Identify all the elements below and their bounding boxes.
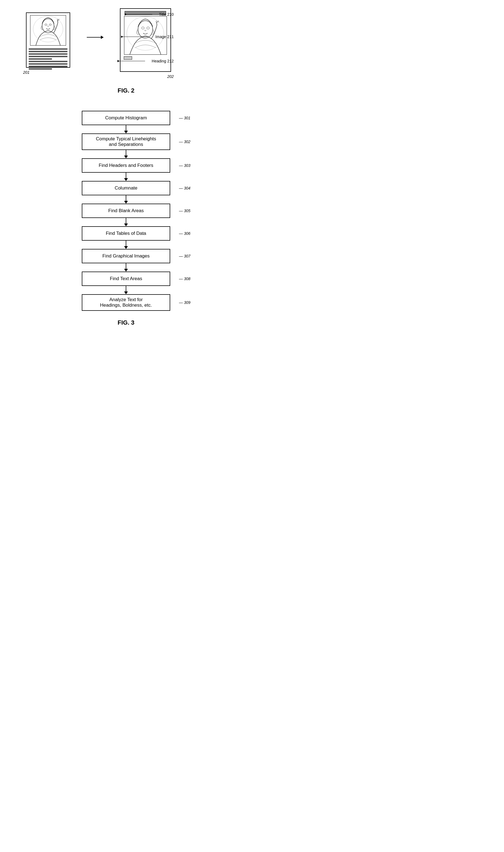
- flow-box-303: Find Headers and Footers— 303: [82, 158, 170, 173]
- text-line: [29, 56, 68, 57]
- flow-box-305: Find Blank Areas— 305: [82, 204, 170, 218]
- annotation-image: Image 211: [121, 35, 174, 39]
- flow-label-303: — 303: [179, 163, 191, 168]
- flow-step-306: Find Tables of Data— 306: [68, 226, 184, 249]
- flow-box-308: Find Text Areas— 308: [82, 272, 170, 286]
- flow-label-308: — 308: [179, 276, 191, 281]
- fig2-diagram: 201: [5, 8, 247, 72]
- doc201-label: 201: [23, 70, 30, 75]
- svg-marker-13: [118, 60, 120, 62]
- flow-label-301: — 301: [179, 116, 191, 120]
- fig2-section: 201: [5, 8, 247, 94]
- flow-box-307: Find Graphical Images— 307: [82, 249, 170, 263]
- flow-label-305: — 305: [179, 209, 191, 213]
- flow-box-306: Find Tables of Data— 306: [82, 226, 170, 241]
- text-line: [29, 51, 68, 52]
- flow-step-304: Columnate— 304: [68, 181, 184, 204]
- text-line: [29, 68, 52, 70]
- text-line: [29, 48, 68, 50]
- svg-point-6: [142, 27, 144, 29]
- flowchart: Compute Histogram— 301Compute Typical Li…: [68, 111, 184, 311]
- fig3-caption: FIG. 3: [118, 319, 134, 326]
- svg-point-2: [45, 24, 47, 25]
- svg-marker-9: [125, 13, 127, 16]
- flow-arrow-306: [124, 241, 128, 249]
- arrow-shaft: [87, 37, 103, 38]
- text-line: [29, 58, 52, 60]
- annotation-image-label: Image 211: [155, 35, 174, 39]
- flow-box-301: Compute Histogram— 301: [82, 111, 170, 125]
- flow-label-302: — 302: [179, 140, 191, 144]
- flow-step-309: Analyze Text for Headings, Boldness, etc…: [68, 294, 184, 311]
- doc202-label: 202: [167, 74, 174, 79]
- flow-step-307: Find Graphical Images— 307: [68, 249, 184, 272]
- annotation-title-label: Title 210: [159, 12, 174, 17]
- flow-label-304: — 304: [179, 186, 191, 191]
- text-line: [29, 63, 68, 65]
- flow-step-302: Compute Typical Lineheights and Separati…: [68, 133, 184, 158]
- svg-point-7: [146, 27, 149, 29]
- document-201: [26, 13, 70, 68]
- text-line: [29, 61, 68, 62]
- svg-point-3: [49, 24, 51, 25]
- flow-step-303: Find Headers and Footers— 303: [68, 158, 184, 181]
- fig2-caption: FIG. 2: [118, 87, 134, 94]
- flow-box-309: Analyze Text for Headings, Boldness, etc…: [82, 294, 170, 311]
- annotation-heading: Heading 212: [118, 59, 174, 63]
- flow-box-302: Compute Typical Lineheights and Separati…: [82, 133, 170, 150]
- flow-box-304: Columnate— 304: [82, 181, 170, 195]
- doc201-text-lines: [29, 48, 68, 70]
- annotation-heading-label: Heading 212: [152, 59, 174, 63]
- flow-arrow-303: [124, 173, 128, 181]
- flow-arrow-305: [124, 218, 128, 226]
- document-201-wrapper: 201: [26, 13, 70, 68]
- text-line: [29, 66, 68, 67]
- flow-step-301: Compute Histogram— 301: [68, 111, 184, 133]
- fig3-section: Compute Histogram— 301Compute Typical Li…: [5, 111, 247, 326]
- svg-point-4: [127, 17, 164, 50]
- flow-label-309: — 309: [179, 300, 191, 305]
- flow-arrow-307: [124, 263, 128, 272]
- text-line: [29, 53, 68, 55]
- document-202-wrapper: Title 210 Image 211 Heading 212 202: [120, 8, 171, 72]
- arrow-201-202: [87, 37, 103, 38]
- flow-step-308: Find Text Areas— 308: [68, 272, 184, 294]
- flow-arrow-308: [124, 286, 128, 294]
- flow-step-305: Find Blank Areas— 305: [68, 204, 184, 226]
- flow-arrow-304: [124, 195, 128, 204]
- doc201-image-area: [30, 15, 66, 46]
- flow-label-307: — 307: [179, 254, 191, 258]
- svg-marker-11: [121, 36, 123, 38]
- flow-arrow-302: [124, 150, 128, 158]
- flow-label-306: — 306: [179, 231, 191, 236]
- flow-arrow-301: [124, 125, 128, 133]
- annotation-title: Title 210: [125, 12, 174, 17]
